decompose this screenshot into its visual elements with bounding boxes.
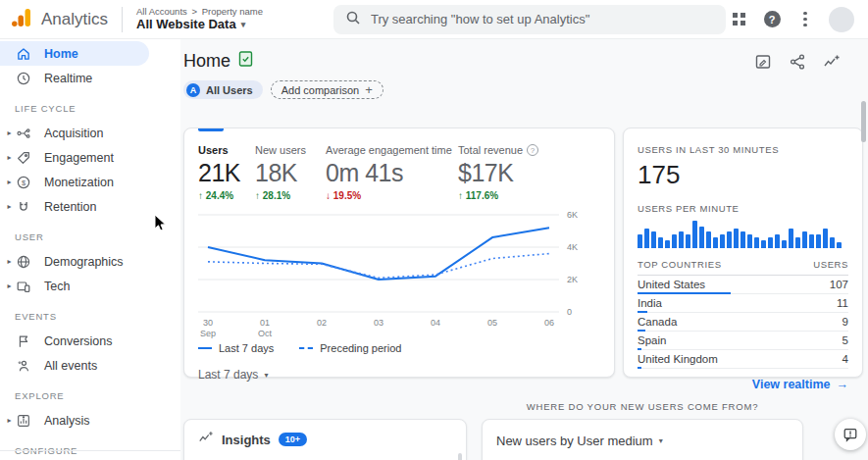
devices-icon: [15, 278, 31, 294]
metric-users[interactable]: Users 21K ↑ 24.4%: [198, 144, 255, 201]
all-users-avatar: A: [186, 83, 200, 97]
help-icon[interactable]: ?: [762, 10, 782, 29]
table-row: United Kingdom4: [638, 350, 848, 369]
breadcrumb-separator-icon: >: [191, 6, 197, 17]
chart-legend: Last 7 days Preceding period: [198, 342, 600, 354]
svg-text:Sep: Sep: [200, 329, 216, 338]
section-life-cycle: LIFE CYCLE: [15, 103, 180, 114]
customize-report-icon[interactable]: [754, 53, 772, 71]
add-comparison-chip[interactable]: Add comparison +: [271, 80, 383, 99]
svg-text:0: 0: [567, 307, 572, 317]
svg-text:6K: 6K: [567, 210, 578, 220]
expand-arrow-icon[interactable]: ▸: [0, 128, 15, 137]
new-users-section-title: WHERE DO YOUR NEW USERS COME FROM?: [482, 401, 803, 412]
sidebar-item-realtime[interactable]: Realtime: [0, 66, 180, 90]
active-metric-tab-indicator: [198, 128, 224, 131]
expand-arrow-icon[interactable]: ▸: [0, 153, 15, 162]
svg-text:03: 03: [374, 318, 383, 328]
top-countries-table: TOP COUNTRIES USERS United States107 Ind…: [638, 259, 848, 369]
legend-dashed-swatch: [299, 347, 313, 349]
table-row: India11: [638, 294, 848, 313]
insights-count-badge: 10+: [279, 433, 307, 446]
app-name: Analytics: [41, 10, 108, 29]
chevron-down-icon: ▾: [264, 371, 268, 380]
svg-text:30: 30: [203, 318, 213, 328]
sidebar-item-analysis[interactable]: ▸ Analysis: [0, 408, 180, 433]
view-realtime-link[interactable]: View realtime→: [638, 378, 848, 391]
sidebar-divider: [0, 450, 180, 451]
expand-arrow-icon[interactable]: ▸: [0, 202, 15, 211]
page-title: Home: [183, 51, 253, 72]
svg-text:04: 04: [431, 318, 440, 328]
magnet-icon: [15, 198, 31, 215]
clock-icon: [15, 70, 31, 86]
new-users-dimension-selector[interactable]: New users by User medium ▾: [496, 434, 789, 448]
help-tooltip-icon[interactable]: ?: [527, 144, 538, 156]
arrow-right-icon: →: [837, 378, 849, 391]
more-options-icon[interactable]: [795, 10, 815, 29]
share-icon[interactable]: [789, 53, 806, 71]
chevron-down-icon: ▾: [241, 20, 246, 30]
sidebar-item-all-events[interactable]: All events: [0, 353, 180, 378]
sidebar-item-conversions[interactable]: Conversions: [0, 329, 180, 353]
insights-card: Insights 10+: [183, 419, 467, 460]
sidebar-item-home[interactable]: Home: [0, 41, 149, 66]
breadcrumb: All Accounts > Property name: [136, 6, 263, 17]
acquisition-icon: [15, 125, 31, 141]
header-divider: [122, 7, 123, 32]
table-row: United States107: [638, 276, 848, 294]
property-selector[interactable]: All Website Data ▾: [136, 17, 263, 32]
realtime-title: USERS IN LAST 30 MINUTES: [638, 144, 848, 155]
svg-text:Oct: Oct: [258, 329, 273, 338]
tag-icon: [15, 149, 31, 166]
insights-spark-icon: [198, 430, 214, 449]
apps-grid-icon[interactable]: [729, 10, 748, 29]
metric-new-users[interactable]: New users 18K ↑ 28.1%: [255, 144, 326, 201]
metric-total-revenue[interactable]: Total revenue ? $17K ↑ 117.6%: [458, 144, 595, 201]
search-bar[interactable]: [333, 5, 726, 34]
metric-avg-engagement-time[interactable]: Average engagement time 0m 41s ↓ 19.5%: [326, 144, 458, 201]
sidebar-item-retention[interactable]: ▸ Retention: [0, 194, 180, 219]
sidebar-item-acquisition[interactable]: ▸ Acquisition: [0, 121, 180, 145]
search-icon: [345, 10, 361, 29]
expand-arrow-icon[interactable]: ▸: [0, 281, 15, 290]
users-per-minute-label: USERS PER MINUTE: [638, 203, 848, 214]
section-user: USER: [15, 231, 180, 242]
section-explore: EXPLORE: [15, 390, 180, 401]
table-row: Canada9: [638, 313, 848, 332]
legend-solid-swatch: [198, 347, 212, 349]
avatar[interactable]: [829, 7, 854, 32]
svg-text:$: $: [21, 178, 26, 186]
top-header: Analytics All Accounts > Property name A…: [0, 0, 868, 39]
expand-arrow-icon[interactable]: ▸: [0, 178, 15, 186]
sidebar-item-engagement[interactable]: ▸ Engagement: [0, 145, 180, 170]
sidebar: Home Realtime LIFE CYCLE ▸ Acquisition ▸…: [0, 39, 180, 460]
globe-icon: [15, 253, 31, 270]
svg-text:4K: 4K: [567, 242, 578, 252]
sidebar-item-monetization[interactable]: ▸ $ Monetization: [0, 170, 180, 194]
date-range-selector[interactable]: Last 7 days ▾: [198, 368, 600, 382]
svg-text:2K: 2K: [567, 275, 578, 284]
chevron-down-icon: ▾: [659, 436, 663, 445]
sidebar-item-demographics[interactable]: ▸ Demographics: [0, 249, 180, 274]
expand-arrow-icon[interactable]: ▸: [0, 416, 15, 425]
main-content: Home A All Users: [180, 39, 868, 460]
insights-scrollbar[interactable]: [458, 453, 462, 460]
home-icon: [15, 45, 31, 62]
users-trend-chart: 02K4K6K30Sep01Oct0203040506: [198, 207, 595, 340]
overview-card: Users 21K ↑ 24.4% New users 18K ↑ 28.1% …: [183, 128, 615, 378]
realtime-users-value: 175: [638, 160, 848, 190]
expand-arrow-icon[interactable]: ▸: [0, 257, 15, 266]
users-per-minute-chart: [638, 221, 848, 248]
page-scrollbar-thumb[interactable]: [861, 101, 866, 142]
feedback-button[interactable]: [835, 419, 866, 450]
insights-spark-icon[interactable]: [823, 53, 841, 71]
all-users-chip[interactable]: A All Users: [183, 80, 263, 99]
insights-header[interactable]: Insights 10+: [198, 430, 452, 449]
ga-logo[interactable]: Analytics: [10, 6, 108, 33]
dollar-circle-icon: $: [15, 174, 31, 190]
analytics-logo-icon: [10, 6, 33, 33]
new-users-card: New users by User medium ▾: [482, 419, 803, 460]
search-input[interactable]: [371, 12, 714, 26]
sidebar-item-tech[interactable]: ▸ Tech: [0, 274, 180, 298]
